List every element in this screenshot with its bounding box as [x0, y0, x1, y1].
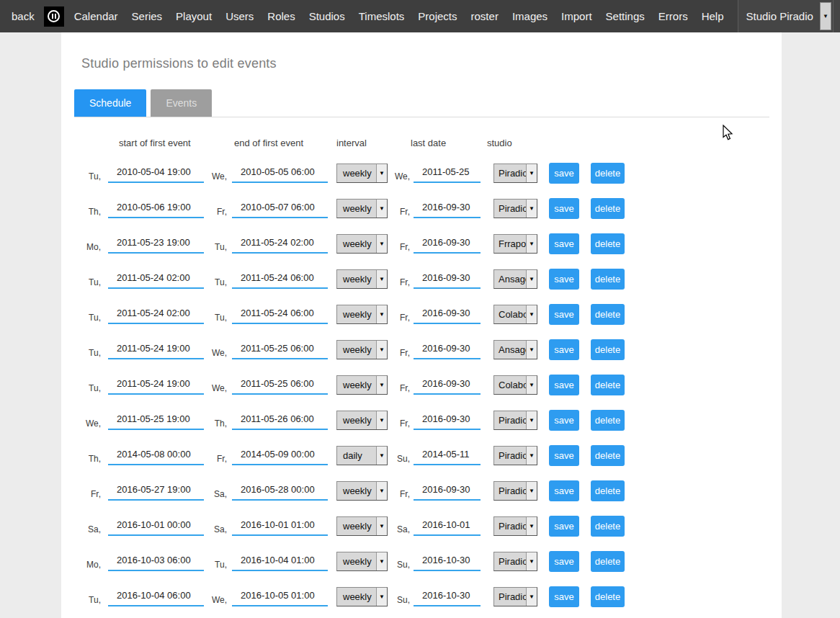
last-date-input[interactable] [414, 234, 481, 254]
nav-item-studios[interactable]: Studios [309, 10, 345, 22]
save-button[interactable]: save [549, 304, 579, 325]
interval-select[interactable]: weekly ▼ [336, 375, 388, 395]
end-datetime-input[interactable] [232, 411, 328, 430]
end-datetime-input[interactable] [232, 305, 328, 324]
nav-item-help[interactable]: Help [702, 10, 724, 22]
start-datetime-input[interactable] [108, 516, 204, 536]
studio-select[interactable]: Frrapo ▼ [493, 234, 537, 254]
save-button[interactable]: save [549, 198, 579, 219]
start-datetime-input[interactable] [108, 481, 204, 501]
nav-item-projects[interactable]: Projects [418, 10, 457, 22]
start-datetime-input[interactable] [108, 340, 204, 359]
studio-select[interactable]: Colabo ▼ [493, 375, 537, 395]
end-datetime-input[interactable] [232, 375, 328, 395]
studio-select[interactable]: Piradio ▼ [493, 516, 537, 536]
interval-select[interactable]: weekly ▼ [336, 552, 388, 571]
start-datetime-input[interactable] [108, 269, 204, 289]
studio-select[interactable]: Piradio ▼ [493, 199, 537, 218]
start-datetime-input[interactable] [108, 375, 204, 395]
studio-select[interactable]: Piradio ▼ [493, 552, 537, 571]
interval-select[interactable]: weekly ▼ [336, 340, 388, 359]
start-datetime-input[interactable] [108, 199, 204, 218]
studio-select[interactable]: Piradio ▼ [493, 411, 537, 430]
nav-item-users[interactable]: Users [225, 10, 254, 22]
interval-select[interactable]: weekly ▼ [336, 305, 388, 324]
delete-button[interactable]: delete [591, 233, 625, 254]
save-button[interactable]: save [549, 163, 579, 184]
last-date-input[interactable] [414, 552, 481, 571]
end-datetime-input[interactable] [232, 516, 328, 536]
tab-schedule[interactable]: Schedule [74, 89, 146, 117]
studio-select[interactable]: Ansage ▼ [493, 269, 537, 289]
end-datetime-input[interactable] [232, 552, 328, 571]
delete-button[interactable]: delete [591, 163, 625, 184]
end-datetime-input[interactable] [232, 481, 328, 501]
nav-item-errors[interactable]: Errors [658, 10, 688, 22]
save-button[interactable]: save [549, 480, 579, 501]
save-button[interactable]: save [549, 445, 579, 466]
studio-select[interactable]: Ansage ▼ [493, 340, 537, 359]
nav-item-images[interactable]: Images [512, 10, 548, 22]
delete-button[interactable]: delete [591, 480, 625, 501]
save-button[interactable]: save [549, 269, 579, 290]
studio-select[interactable]: Piradio ▼ [493, 164, 537, 183]
last-date-input[interactable] [414, 587, 481, 606]
studio-select[interactable]: Piradio ▼ [493, 446, 537, 465]
last-date-input[interactable] [414, 199, 481, 218]
studio-select-nav[interactable]: Studio Piradio ▼ [738, 0, 833, 32]
interval-select[interactable]: weekly ▼ [336, 164, 388, 183]
save-button[interactable]: save [549, 586, 579, 607]
interval-select[interactable]: daily ▼ [336, 446, 388, 465]
chevron-down-icon[interactable]: ▼ [820, 2, 831, 30]
delete-button[interactable]: delete [591, 445, 625, 466]
station-logo-icon[interactable] [44, 6, 64, 27]
nav-item-settings[interactable]: Settings [606, 10, 645, 22]
interval-select[interactable]: weekly ▼ [336, 481, 388, 501]
interval-select[interactable]: weekly ▼ [336, 234, 388, 254]
interval-select[interactable]: weekly ▼ [336, 411, 388, 430]
last-date-input[interactable] [414, 340, 481, 359]
delete-button[interactable]: delete [591, 410, 625, 431]
end-datetime-input[interactable] [232, 269, 328, 289]
save-button[interactable]: save [549, 516, 579, 537]
start-datetime-input[interactable] [108, 164, 204, 183]
end-datetime-input[interactable] [232, 234, 328, 254]
nav-item-import[interactable]: Import [561, 10, 592, 22]
nav-item-roles[interactable]: Roles [267, 10, 295, 22]
last-date-input[interactable] [414, 516, 481, 536]
save-button[interactable]: save [549, 410, 579, 431]
last-date-input[interactable] [414, 411, 481, 430]
delete-button[interactable]: delete [591, 304, 625, 325]
interval-select[interactable]: weekly ▼ [336, 269, 388, 289]
end-datetime-input[interactable] [232, 340, 328, 359]
delete-button[interactable]: delete [591, 198, 625, 219]
delete-button[interactable]: delete [591, 339, 625, 360]
end-datetime-input[interactable] [232, 587, 328, 606]
last-date-input[interactable] [414, 305, 481, 324]
last-date-input[interactable] [414, 481, 481, 501]
delete-button[interactable]: delete [591, 375, 625, 395]
studio-select[interactable]: Piradio ▼ [493, 587, 537, 606]
start-datetime-input[interactable] [108, 587, 204, 606]
interval-select[interactable]: weekly ▼ [336, 199, 388, 218]
end-datetime-input[interactable] [232, 164, 328, 183]
last-date-input[interactable] [414, 375, 481, 395]
save-button[interactable]: save [549, 375, 579, 395]
nav-item-series[interactable]: Series [132, 10, 163, 22]
interval-select[interactable]: weekly ▼ [336, 516, 388, 536]
nav-item-calendar[interactable]: Calendar [74, 10, 118, 22]
delete-button[interactable]: delete [591, 586, 625, 607]
last-date-input[interactable] [414, 164, 481, 183]
studio-select[interactable]: Piradio ▼ [493, 481, 537, 501]
last-date-input[interactable] [414, 446, 481, 465]
project-select-nav[interactable]: Project 88vier ▼ [833, 0, 840, 32]
end-datetime-input[interactable] [232, 446, 328, 465]
start-datetime-input[interactable] [108, 552, 204, 571]
save-button[interactable]: save [549, 339, 579, 360]
start-datetime-input[interactable] [108, 411, 204, 430]
start-datetime-input[interactable] [108, 234, 204, 254]
delete-button[interactable]: delete [591, 551, 625, 572]
start-datetime-input[interactable] [108, 446, 204, 465]
tab-events[interactable]: Events [151, 89, 212, 117]
interval-select[interactable]: weekly ▼ [336, 587, 388, 606]
